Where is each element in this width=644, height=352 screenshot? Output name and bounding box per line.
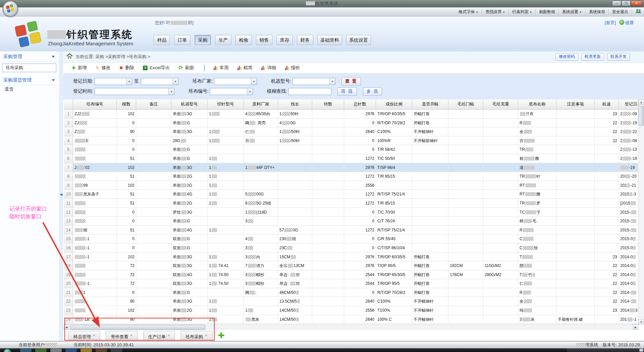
window-tab-坯布采购[interactable]: 坯布采购✕ [180, 331, 212, 340]
lock-screen-link[interactable]: 锁屏 [619, 20, 634, 26]
home-icon[interactable] [66, 53, 73, 60]
horizontal-scrollbar[interactable]: ◀ ▶ [64, 324, 638, 330]
add-tab-button[interactable]: ✚ [218, 332, 225, 340]
window-tab-生产订单[interactable]: 生产订单✕ [143, 331, 175, 340]
column-header-needles[interactable]: 总针数 [344, 99, 376, 109]
nav-tab-订单[interactable]: 订单 [174, 35, 191, 45]
column-header-needle[interactable]: 织针型号 [208, 99, 244, 109]
table-row[interactable]: 7J02102单面3G1144F DTY+2976T/SP 96/4涤-19 [64, 163, 638, 172]
fabric-code-select[interactable]: ▼ [210, 88, 253, 95]
menu-item-刷新数据[interactable]: 刷新数据 [536, 9, 559, 15]
system-tray[interactable] [567, 348, 644, 352]
column-header-mods[interactable]: 模数 [117, 99, 136, 109]
taskbar-app-icon[interactable] [20, 349, 32, 352]
column-header-rawweight[interactable]: 毛坯克重 [483, 99, 518, 109]
toolbar-button-修改[interactable]: ✎修改 [96, 65, 111, 71]
nav-tab-生产[interactable]: 生产 [215, 35, 231, 45]
sidebar-group-采购管理[interactable]: 采购管理 [0, 51, 59, 62]
window-tab-样品管理[interactable]: 样品管理✕ [68, 331, 100, 340]
table-row[interactable]: 2ZJ0单面G网: 周亮40G0R/T/OP 70/28/2开幅打卷R222-1… [64, 119, 638, 128]
table-row[interactable]: 1ZJ2102单面3G1465/35向150针2976T/R/OP 60/35/… [64, 109, 638, 119]
column-header-fabric[interactable]: 底布名称 [518, 99, 556, 109]
multi-select-button[interactable]: 多 选 [363, 87, 382, 96]
table-row[interactable]: 2290单面3G113.5CM/52640C100%不开幅抽针全222014- [64, 297, 638, 306]
menu-item-行高列宽[interactable]: 行高列宽▼ [509, 9, 536, 15]
table-row[interactable]: 3Z90单面3G1仨1/50针2640C100%不开幅抽针全222-22 [64, 127, 638, 136]
column-header-length[interactable]: 线长 [278, 99, 312, 109]
action-button-检查更新[interactable]: 检查更新 [581, 53, 604, 61]
menu-item-安全退出[interactable]: 安全退出 [609, 9, 632, 15]
nav-tab-财务[interactable]: 财务 [297, 35, 313, 45]
nav-tab-采购[interactable]: 采购 [195, 35, 211, 45]
table-row[interactable]: 130单面G30C/T 76/24棉毛2015- [64, 217, 638, 226]
table-row[interactable]: 15-10双面G4230组0C/R 55/45C2015-0 [64, 234, 638, 244]
nav-tab-基础资料[interactable]: 基础资料 [317, 35, 342, 45]
restore-button[interactable]: ❐ [622, 1, 631, 6]
table-row[interactable]: 120罗纹3G1(118D0T/C 70/30TC字2015- [64, 208, 638, 217]
vertical-scroll-thumb[interactable] [639, 106, 644, 126]
reg-time-select[interactable]: ▼ [95, 88, 174, 95]
table-row[interactable]: 10黑灰条子51单面4G1500G1272R/T/SP 75/21/4RT圈20… [64, 190, 638, 199]
column-header-code[interactable]: 坯布编号 [73, 99, 117, 109]
column-header-openw[interactable]: 是否开幅 [412, 99, 448, 109]
windows-taskbar[interactable] [0, 348, 644, 352]
taskbar-app-icon[interactable] [50, 349, 62, 352]
nav-tab-库存[interactable]: 库存 [276, 35, 293, 45]
home-link[interactable]: [首页] [605, 20, 616, 26]
table-row[interactable]: 23102单面2G1114CM/502556T100%不开幅抽针纯2320143 [64, 306, 638, 315]
column-header-material[interactable]: 原料厂家 [244, 99, 278, 109]
column-header-note[interactable]: 注意事项 [556, 99, 595, 109]
dropdown-arrow-icon[interactable]: ▼ [172, 78, 178, 85]
column-header-regdate[interactable]: 登记日期 [619, 99, 638, 109]
close-tab-icon[interactable]: ✕ [205, 334, 207, 337]
table-row[interactable]: 24-1B90单面3G1黑灰14CM/502640100% C不开幅抽针3灰不能… [64, 315, 638, 324]
close-tab-icon[interactable]: ✕ [130, 334, 132, 337]
taskbar-app-icon[interactable] [111, 349, 122, 352]
minimize-button[interactable]: – [612, 1, 621, 6]
vertical-scrollbar[interactable]: ▲ ▼ [638, 99, 644, 324]
table-row[interactable]: 651单面G11272T/C 50/50粗圈2-19 [64, 154, 638, 163]
machine-model-select[interactable]: ▼ [292, 78, 335, 85]
taskbar-app-icon[interactable] [80, 349, 92, 352]
start-button[interactable] [3, 349, 11, 352]
table-row[interactable]: 50单面G0T/R 58/42TR2-13 [64, 145, 638, 154]
toolbar-button-刷新[interactable]: ⟳刷新 [178, 65, 194, 71]
table-row[interactable]: 851单面2G11272T/R 85/15TR针20-20 [64, 172, 638, 181]
scroll-up-icon[interactable]: ▲ [638, 99, 644, 105]
filter-button[interactable]: 筛 选 [337, 87, 357, 96]
toolbar-button-精简[interactable]: 精简 [237, 65, 253, 71]
nav-tab-检验[interactable]: 检验 [235, 35, 252, 45]
column-header-machine[interactable]: 机器型号 [171, 99, 208, 109]
dropdown-arrow-icon[interactable]: ▼ [251, 78, 257, 85]
toolbar-button-删除[interactable]: ✖删除 [119, 65, 134, 71]
reg-date-to-select[interactable]: ▼ [141, 78, 178, 85]
sidebar-group-采购退货管理[interactable]: 采购退货管理 [0, 75, 59, 85]
dropdown-arrow-icon[interactable]: ▼ [168, 88, 174, 95]
column-header-comp[interactable]: 成份比例 [376, 99, 412, 109]
taskbar-app-icon[interactable] [65, 349, 77, 352]
toolbar-button-新增[interactable]: ✚新增 [72, 65, 87, 71]
horizontal-scroll-thumb[interactable] [70, 325, 205, 330]
menu-item-查找排序[interactable]: 查找排序▼ [482, 9, 509, 15]
taskbar-app-icon[interactable] [35, 349, 47, 352]
menu-item-系统设置[interactable]: 系统设置▼ [559, 9, 586, 15]
table-row[interactable]: 1151单面2G165G 25组1272T/R 85/15TR罗[2015 [64, 199, 638, 208]
collapse-sidebar-icon[interactable]: ◀ [59, 192, 63, 196]
dropdown-arrow-icon[interactable]: ▼ [247, 88, 253, 95]
taskbar-app-icon[interactable] [96, 349, 107, 352]
sidebar-item-退货[interactable]: 退货 [0, 85, 59, 93]
table-row[interactable]: 1972双面4G1 74.503帽纱单边: 对2544T/R/OP 65/30/… [64, 270, 638, 279]
nav-tab-样品[interactable]: 样品 [154, 35, 170, 45]
column-header-remark[interactable]: 备注 [136, 99, 171, 109]
close-tab-icon[interactable]: ✕ [93, 334, 95, 337]
fuzzy-search-input[interactable] [288, 88, 331, 95]
action-button-修改密码[interactable]: 修改密码 [555, 53, 578, 61]
table-row[interactable]: 2110单面G网;46CM/500R/T/OP 70/28/2开幅打卷R2220… [64, 288, 638, 297]
table-row[interactable]: 16-10双面G323C0C/T/SP 86/10/4C纹2015-0 [64, 244, 638, 253]
table-row[interactable]: 999102单面2G12556RT201-21 [64, 181, 638, 190]
users-icon[interactable] [635, 9, 641, 15]
toolbar-button-详细[interactable]: 详细 [261, 65, 276, 71]
toolbar-button-Excel导出[interactable]: XExcel导出 [143, 65, 170, 71]
sidebar-item-坯布采购[interactable]: 坯布采购 [2, 63, 56, 72]
show-desktop-button[interactable] [639, 349, 643, 352]
